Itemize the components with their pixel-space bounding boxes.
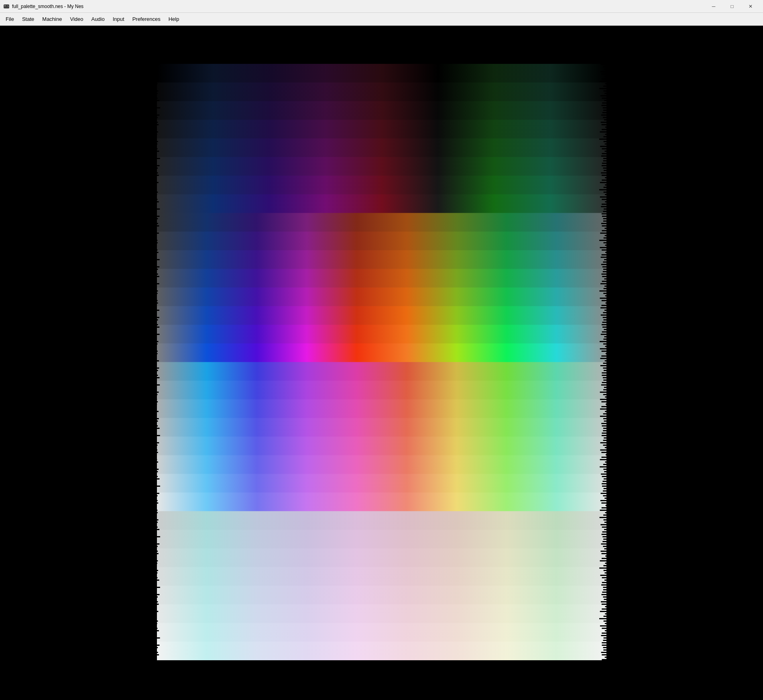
menu-item-state[interactable]: State bbox=[18, 14, 38, 24]
svg-point-3 bbox=[8, 6, 9, 7]
menu-item-audio[interactable]: Audio bbox=[87, 14, 108, 24]
maximize-button[interactable]: □ bbox=[723, 0, 741, 13]
close-button[interactable]: ✕ bbox=[741, 0, 760, 13]
title-bar-controls: ─ □ ✕ bbox=[704, 0, 760, 13]
minimize-button[interactable]: ─ bbox=[704, 0, 723, 13]
title-bar-left: full_palette_smooth.nes - My Nes bbox=[3, 3, 83, 10]
nes-canvas bbox=[153, 38, 610, 688]
menu-item-video[interactable]: Video bbox=[66, 14, 87, 24]
menu-item-machine[interactable]: Machine bbox=[38, 14, 66, 24]
nes-display bbox=[0, 26, 763, 700]
nes-icon bbox=[3, 3, 10, 10]
menu-bar: FileStateMachineVideoAudioInputPreferenc… bbox=[0, 13, 763, 26]
title-bar: full_palette_smooth.nes - My Nes ─ □ ✕ bbox=[0, 0, 763, 13]
palette-canvas bbox=[153, 38, 610, 688]
menu-item-preferences[interactable]: Preferences bbox=[128, 14, 165, 24]
menu-item-input[interactable]: Input bbox=[109, 14, 128, 24]
window-title: full_palette_smooth.nes - My Nes bbox=[12, 4, 83, 9]
svg-point-2 bbox=[7, 5, 8, 6]
menu-item-help[interactable]: Help bbox=[165, 14, 183, 24]
menu-item-file[interactable]: File bbox=[2, 14, 18, 24]
svg-rect-1 bbox=[4, 5, 6, 6]
